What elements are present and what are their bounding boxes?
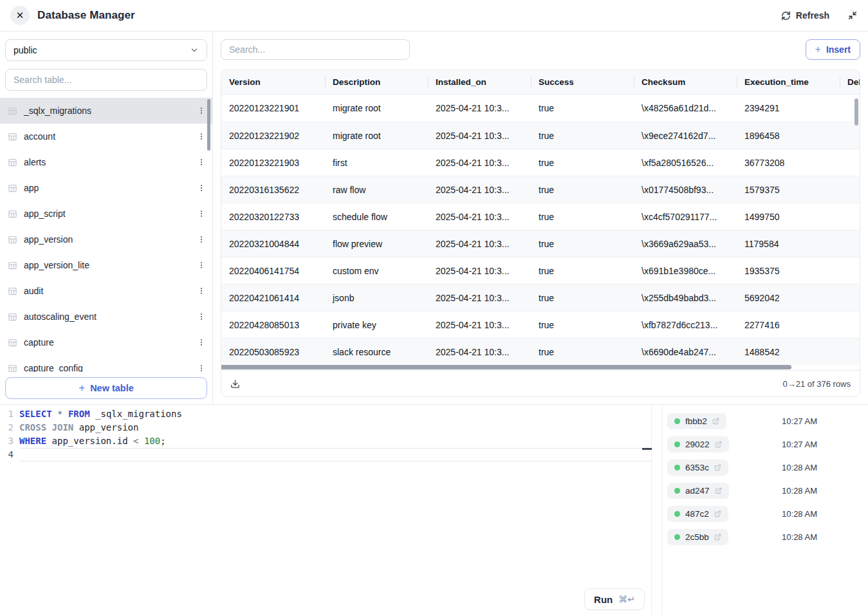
sidebar-item-capture[interactable]: capture bbox=[0, 330, 212, 355]
status-dot bbox=[674, 465, 680, 470]
table-row[interactable]: 20220123221903first2025-04-21 10:3...tru… bbox=[221, 149, 860, 176]
sidebar-item-app_version_lite[interactable]: app_version_lite bbox=[0, 252, 212, 278]
table-row[interactable]: 20220503085923slack resource2025-04-21 1… bbox=[221, 338, 860, 365]
vertical-scrollbar[interactable] bbox=[854, 98, 858, 126]
column-header[interactable]: Description bbox=[325, 70, 428, 94]
line-number: 2 bbox=[0, 421, 19, 434]
table-cell: 36773208 bbox=[737, 149, 840, 176]
download-button[interactable] bbox=[230, 379, 240, 389]
kebab-menu-icon[interactable] bbox=[197, 364, 206, 372]
table-name: capture_config bbox=[24, 363, 190, 372]
table-row[interactable]: 20220406141754custom env2025-04-21 10:3.… bbox=[221, 257, 860, 284]
table-icon bbox=[8, 312, 17, 322]
sidebar-scrollbar[interactable] bbox=[207, 99, 210, 151]
table-name: alerts bbox=[24, 157, 190, 167]
table-row[interactable]: 20220321004844flow preview2025-04-21 10:… bbox=[221, 230, 860, 257]
editor-line[interactable]: 2CROSS JOIN app_version bbox=[0, 421, 651, 434]
table-cell: \xf5a280516526... bbox=[634, 149, 737, 176]
kebab-menu-icon[interactable] bbox=[197, 261, 206, 270]
close-button[interactable]: ✕ bbox=[10, 6, 30, 25]
insert-label: Insert bbox=[826, 44, 851, 55]
history-pill[interactable]: 6353c bbox=[667, 460, 728, 476]
kebab-menu-icon[interactable] bbox=[197, 338, 206, 347]
column-header[interactable]: Deleted bbox=[840, 70, 860, 94]
schema-select[interactable]: public bbox=[5, 39, 207, 61]
table-row[interactable]: 20220316135622raw flow2025-04-21 10:3...… bbox=[221, 176, 860, 203]
sidebar-item-app[interactable]: app bbox=[0, 175, 212, 201]
kebab-menu-icon[interactable] bbox=[197, 183, 206, 192]
kebab-menu-icon[interactable] bbox=[197, 158, 206, 167]
insert-button[interactable]: + Insert bbox=[806, 39, 860, 60]
table-cell: 20220421061414 bbox=[221, 284, 325, 311]
sidebar-item-app_version[interactable]: app_version bbox=[0, 227, 212, 252]
sql-code[interactable]: 1SELECT * FROM _sqlx_migrations2CROSS JO… bbox=[0, 405, 651, 461]
sidebar-item-app_script[interactable]: app_script bbox=[0, 201, 212, 227]
sql-editor[interactable]: 1SELECT * FROM _sqlx_migrations2CROSS JO… bbox=[0, 405, 652, 614]
editor-line[interactable]: 3WHERE app_version.id < 100; bbox=[0, 434, 651, 448]
schema-select-value: public bbox=[14, 45, 37, 55]
external-link-icon[interactable] bbox=[712, 418, 719, 425]
kebab-menu-icon[interactable] bbox=[197, 312, 206, 321]
history-item: 6353c10:28 AM bbox=[662, 456, 868, 479]
kebab-menu-icon[interactable] bbox=[197, 106, 206, 115]
history-pill[interactable]: fbbb2 bbox=[667, 413, 726, 429]
table-cell: migrate root bbox=[325, 95, 428, 122]
new-table-button[interactable]: + New table bbox=[5, 377, 207, 399]
sidebar-item-_sqlx_migrations[interactable]: _sqlx_migrations bbox=[0, 98, 212, 124]
column-header[interactable]: Version bbox=[221, 70, 325, 94]
kebab-menu-icon[interactable] bbox=[197, 235, 206, 244]
sidebar-item-account[interactable]: account bbox=[0, 124, 212, 149]
search-input[interactable] bbox=[221, 39, 410, 60]
column-header[interactable]: Checksum bbox=[634, 70, 737, 94]
external-link-icon[interactable] bbox=[714, 464, 721, 471]
history-time: 10:27 AM bbox=[782, 440, 817, 449]
table-row[interactable]: 20220123221902migrate root2025-04-21 10:… bbox=[221, 122, 860, 149]
table-row[interactable]: 20220421061414jsonb2025-04-21 10:3...tru… bbox=[221, 284, 860, 311]
history-pill[interactable]: 29022 bbox=[667, 436, 729, 452]
external-link-icon[interactable] bbox=[714, 510, 721, 517]
history-pill[interactable]: 2c5bb bbox=[667, 529, 728, 545]
history-id: 6353c bbox=[685, 463, 709, 472]
data-table: VersionDescriptionInstalled_onSuccessChe… bbox=[221, 70, 860, 397]
table-cell: 2025-04-21 10:3... bbox=[428, 312, 531, 338]
sidebar-item-audit[interactable]: audit bbox=[0, 278, 212, 304]
column-header[interactable]: Installed_on bbox=[428, 70, 531, 94]
run-button[interactable]: Run ⌘↵ bbox=[584, 588, 645, 610]
table-row[interactable]: 20220428085013private key2025-04-21 10:3… bbox=[221, 311, 860, 338]
column-header[interactable]: Execution_time bbox=[737, 70, 840, 94]
table-cell: 1179584 bbox=[737, 230, 840, 257]
refresh-label: Refresh bbox=[796, 10, 829, 21]
table-row[interactable]: 20220123221901migrate root2025-04-21 10:… bbox=[221, 95, 860, 122]
code-text: WHERE app_version.id < 100; bbox=[19, 434, 651, 448]
refresh-button[interactable]: Refresh bbox=[781, 10, 829, 21]
history-item: 2c5bb10:28 AM bbox=[662, 525, 868, 548]
editor-line[interactable]: 1SELECT * FROM _sqlx_migrations bbox=[0, 407, 651, 421]
table-cell: flow preview bbox=[325, 230, 428, 257]
table-cell: first bbox=[325, 149, 428, 176]
sidebar-item-autoscaling_event[interactable]: autoscaling_event bbox=[0, 304, 212, 330]
pane-divider[interactable] bbox=[652, 405, 662, 614]
table-icon bbox=[8, 183, 17, 193]
table-cell: \x9ece274162d7... bbox=[634, 122, 737, 149]
history-pill[interactable]: ad247 bbox=[667, 483, 729, 499]
kebab-menu-icon[interactable] bbox=[197, 209, 206, 218]
refresh-icon bbox=[781, 11, 791, 21]
history-time: 10:28 AM bbox=[782, 509, 817, 519]
horizontal-scrollbar[interactable] bbox=[221, 365, 860, 370]
editor-line[interactable]: 4 bbox=[0, 448, 651, 461]
sidebar-item-alerts[interactable]: alerts bbox=[0, 149, 212, 175]
table-cell: \x6690de4ab247... bbox=[634, 339, 737, 365]
editor-scrollbar[interactable] bbox=[642, 448, 652, 450]
collapse-fullscreen-icon[interactable] bbox=[847, 10, 858, 21]
search-table-input[interactable] bbox=[5, 69, 207, 91]
external-link-icon[interactable] bbox=[714, 534, 721, 541]
external-link-icon[interactable] bbox=[715, 487, 722, 494]
external-link-icon[interactable] bbox=[715, 441, 722, 448]
kebab-menu-icon[interactable] bbox=[197, 286, 206, 295]
kebab-menu-icon[interactable] bbox=[197, 132, 206, 141]
column-header[interactable]: Success bbox=[531, 70, 634, 94]
table-row[interactable]: 20220320122733schedule flow2025-04-21 10… bbox=[221, 203, 860, 230]
sidebar-item-capture_config[interactable]: capture_config bbox=[0, 355, 212, 372]
code-text bbox=[19, 448, 651, 461]
history-pill[interactable]: 487c2 bbox=[667, 506, 728, 522]
